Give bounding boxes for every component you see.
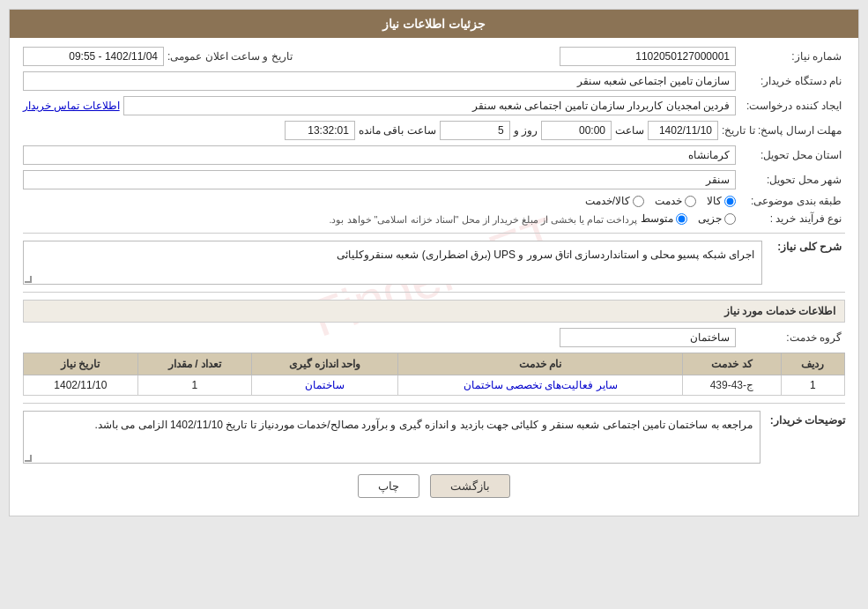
need-number-label: شماره نیاز:: [739, 50, 845, 63]
notes-value: مراجعه به ساختمان تامین اجتماعی شعبه سنق…: [23, 411, 760, 464]
province-label: استان محل تحویل:: [739, 149, 845, 161]
buyer-name-label: نام دستگاه خریدار:: [739, 75, 845, 87]
col-index: ردیف: [781, 353, 844, 375]
proc-note: پرداخت تمام یا بخشی از مبلغ خریدار از مح…: [23, 212, 637, 226]
need-desc-value: اجرای شبکه پسیو محلی و استانداردسازی اتا…: [23, 241, 762, 285]
cell-count: 1: [137, 375, 252, 396]
category-radio-group: کالا خدمت کالا/خدمت: [585, 195, 736, 207]
col-unit: واحد اندازه گیری: [252, 353, 398, 375]
need-desc-row: شرح کلی نیاز: اجرای شبکه پسیو محلی و است…: [23, 241, 845, 285]
creator-row: ایجاد کننده درخواست: فردین امجدیان کاربر…: [23, 96, 845, 115]
notes-label: توضیحات خریدار:: [766, 411, 845, 427]
service-section-header: اطلاعات خدمات مورد نیاز: [23, 300, 845, 323]
category-kala-khedmat[interactable]: کالا/خدمت: [585, 195, 644, 207]
col-code: کد خدمت: [683, 353, 782, 375]
back-button[interactable]: بازگشت: [430, 474, 510, 498]
col-count: تعداد / مقدار: [137, 353, 252, 375]
proc-type-label: نوع فرآیند خرید :: [739, 212, 845, 225]
deadline-day-label: روز و: [514, 124, 538, 137]
city-label: شهر محل تحویل:: [739, 174, 845, 186]
creator-value: فردین امجدیان کاربردار سازمان تامین اجتم…: [123, 96, 736, 115]
date-value: 1402/11/04 - 09:55: [23, 47, 164, 66]
cell-unit: ساختمان: [252, 375, 398, 396]
proc-jozi[interactable]: جزیی: [698, 212, 736, 225]
page-title: جزئیات اطلاعات نیاز: [382, 17, 486, 31]
city-value: سنقر: [23, 170, 736, 189]
col-date: تاریخ نیاز: [24, 353, 138, 375]
cell-index: 1: [781, 375, 844, 396]
resize-handle-notes: [25, 455, 32, 462]
need-number-row: شماره نیاز: 1102050127000001 تاریخ و ساع…: [23, 47, 845, 66]
category-row: طبقه بندی موضوعی: کالا خدمت کالا/خدمت: [23, 195, 845, 207]
deadline-remaining: 13:32:01: [285, 121, 355, 140]
notes-section: توضیحات خریدار: مراجعه به ساختمان تامین …: [23, 411, 845, 464]
service-group-row: گروه خدمت: ساختمان: [23, 328, 845, 347]
page-header: جزئیات اطلاعات نیاز: [10, 10, 858, 38]
city-row: شهر محل تحویل: سنقر: [23, 170, 845, 189]
province-row: استان محل تحویل: کرمانشاه: [23, 145, 845, 165]
deadline-date: 1402/11/10: [648, 121, 718, 140]
proc-mutavasset[interactable]: متوسط: [641, 212, 687, 225]
category-khedmat[interactable]: خدمت: [655, 195, 696, 207]
proc-type-row: نوع فرآیند خرید : جزیی متوسط پرداخت تمام…: [23, 212, 845, 226]
creator-label: ایجاد کننده درخواست:: [739, 100, 845, 112]
deadline-time-label: ساعت: [615, 124, 644, 137]
need-desc-label: شرح کلی نیاز:: [766, 241, 845, 253]
category-label: طبقه بندی موضوعی:: [739, 195, 845, 207]
service-group-label: گروه خدمت:: [739, 331, 845, 344]
buttons-row: بازگشت چاپ: [23, 474, 845, 507]
resize-handle: [25, 276, 32, 283]
date-label: تاریخ و ساعت اعلان عمومی:: [167, 50, 296, 63]
deadline-label: مهلت ارسال پاسخ: تا تاریخ:: [722, 124, 845, 137]
proc-radio-group: جزیی متوسط: [641, 212, 736, 225]
table-row: 1 ج-43-439 سایر فعالیت‌های تخصصی ساختمان…: [24, 375, 845, 396]
service-table: ردیف کد خدمت نام خدمت واحد اندازه گیری ت…: [23, 353, 845, 396]
province-value: کرمانشاه: [23, 145, 736, 165]
contact-link[interactable]: اطلاعات تماس خریدار: [23, 100, 120, 112]
deadline-row: مهلت ارسال پاسخ: تا تاریخ: 1402/11/10 سا…: [23, 121, 845, 140]
cell-code: ج-43-439: [683, 375, 782, 396]
deadline-remaining-label: ساعت باقی مانده: [359, 124, 436, 137]
deadline-days: 5: [440, 121, 510, 140]
buyer-name-value: سازمان تامین اجتماعی شعبه سنقر: [23, 71, 736, 91]
col-name: نام خدمت: [398, 353, 683, 375]
print-button[interactable]: چاپ: [358, 474, 419, 498]
service-group-value: ساختمان: [560, 328, 736, 347]
buyer-name-row: نام دستگاه خریدار: سازمان تامین اجتماعی …: [23, 71, 845, 91]
need-number-value: 1102050127000001: [560, 47, 736, 66]
cell-date: 1402/11/10: [24, 375, 138, 396]
category-kala[interactable]: کالا: [707, 195, 736, 207]
deadline-time: 00:00: [541, 121, 612, 140]
cell-name: سایر فعالیت‌های تخصصی ساختمان: [398, 375, 683, 396]
